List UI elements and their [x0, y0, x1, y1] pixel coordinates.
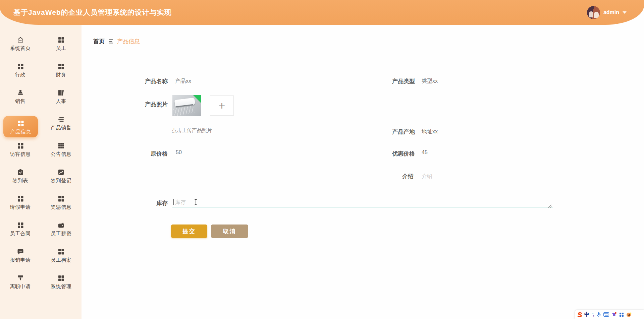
sidebar-item-label: 签到登记 — [51, 178, 71, 184]
stamp-icon — [17, 89, 24, 97]
stock-label: 库存 — [114, 199, 168, 207]
text-caret — [173, 199, 174, 205]
sidebar-item-label: 报销申请 — [10, 257, 31, 263]
product-photo-thumbnail[interactable] — [172, 95, 201, 116]
clipboard-check-icon — [17, 169, 24, 176]
keyboard-icon[interactable] — [603, 312, 609, 317]
sidebar-item-system-admin[interactable]: 系统管理 — [41, 271, 82, 298]
sidebar-item-announcement[interactable]: 公告信息 — [41, 139, 82, 166]
sidebar-item-finance[interactable]: 财务 — [41, 60, 82, 86]
grid-icon — [17, 195, 24, 202]
sidebar-item-label: 请假申请 — [10, 204, 31, 210]
sidebar-item-product-info[interactable]: 产品信息 — [3, 116, 38, 137]
sidebar-item-label: 产品信息 — [10, 129, 31, 135]
sidebar-item-label: 行政 — [15, 72, 25, 78]
username: admin — [603, 9, 619, 15]
ime-toolbar: S 中 °, — [575, 310, 644, 319]
sidebar-item-administration[interactable]: 行政 — [0, 60, 41, 86]
mouse-ibeam-cursor — [194, 199, 198, 207]
pin-icon — [17, 274, 24, 282]
breadcrumb-current[interactable]: 产品信息 — [117, 38, 140, 45]
grid-icon — [17, 63, 24, 70]
sidebar-item-contract[interactable]: 员工合同 — [0, 218, 41, 245]
intro-input[interactable]: 介绍 — [422, 173, 432, 180]
sidebar-item-product-sales[interactable]: 产品销售 — [41, 113, 82, 139]
sidebar-item-visitor-info[interactable]: 访客信息 — [0, 139, 41, 166]
product-origin-label: 产品产地 — [361, 128, 415, 136]
sidebar-item-label: 访客信息 — [10, 151, 31, 157]
sidebar-item-signin-sheet[interactable]: 签到表 — [0, 166, 41, 192]
sidebar-item-label: 产品销售 — [51, 125, 71, 131]
sidebar-item-home[interactable]: 系统首页 — [0, 33, 41, 60]
resize-grip-icon[interactable] — [547, 203, 552, 210]
mic-icon[interactable] — [596, 312, 601, 317]
ime-punctuation[interactable]: °, — [592, 312, 594, 317]
sidebar-item-signin-register[interactable]: 签到登记 — [41, 166, 82, 192]
sidebar-item-employee-files[interactable]: 员工档案 — [41, 245, 82, 271]
sidebar-item-label: 员工薪资 — [51, 231, 71, 237]
photo-corner-badge — [193, 95, 201, 103]
sidebar-item-reward-punishment[interactable]: 奖惩信息 — [41, 192, 82, 218]
sidebar-item-label: 财务 — [56, 72, 66, 78]
sidebar-item-hr[interactable]: 人事 — [41, 86, 82, 113]
sidebar-item-resignation[interactable]: 离职申请 — [0, 271, 41, 298]
sidebar: 系统首页 员工 行政 财务 销售 人事 — [0, 0, 82, 319]
product-name-label: 产品名称 — [114, 77, 168, 85]
chart-icon — [57, 169, 65, 176]
user-menu[interactable]: admin — [587, 5, 627, 20]
list-icon — [57, 116, 65, 123]
cancel-button[interactable]: 取消 — [211, 225, 248, 238]
sidebar-item-salary[interactable]: 员工薪资 — [41, 218, 82, 245]
sidebar-item-label: 签到表 — [12, 178, 28, 184]
grid-icon — [57, 195, 65, 202]
hamburger-icon — [108, 39, 113, 44]
sidebar-item-label: 奖惩信息 — [51, 204, 71, 210]
sidebar-item-label: 人事 — [56, 98, 66, 105]
sidebar-item-sales[interactable]: 销售 — [0, 86, 41, 113]
sidebar-item-reimbursement[interactable]: 报销申请 — [0, 245, 41, 271]
ime-mode-chinese[interactable]: 中 — [584, 311, 589, 318]
sidebar-item-label: 离职申请 — [10, 283, 31, 290]
photo-upload-hint: 点击上传产品照片 — [172, 127, 212, 134]
product-origin-input[interactable]: 地址xx — [422, 128, 438, 135]
product-type-label: 产品类型 — [361, 77, 415, 85]
sidebar-item-label: 员工合同 — [10, 231, 31, 237]
grid-icon — [57, 274, 65, 282]
grid-icon — [57, 36, 65, 44]
grid-icon — [57, 63, 65, 70]
sidebar-item-label: 系统首页 — [10, 45, 31, 52]
intro-label: 介绍 — [360, 173, 414, 180]
sogou-logo[interactable]: S — [577, 311, 582, 318]
plus-icon: + — [219, 100, 225, 111]
home-icon — [17, 36, 24, 44]
sidebar-menu: 系统首页 员工 行政 财务 销售 人事 — [0, 33, 82, 298]
chat-icon — [17, 248, 24, 255]
submit-button[interactable]: 提交 — [171, 225, 207, 238]
caret-down-icon — [623, 11, 627, 14]
breadcrumb: 首页 产品信息 — [93, 38, 140, 45]
product-photo-label: 产品照片 — [114, 101, 168, 108]
stock-textarea[interactable]: 库存 — [172, 192, 553, 208]
product-type-input[interactable]: 类型xx — [422, 78, 438, 85]
product-name-input[interactable]: 产品xx — [175, 78, 191, 85]
sidebar-item-label: 员工 — [56, 45, 66, 52]
breadcrumb-home[interactable]: 首页 — [93, 38, 105, 45]
sidebar-item-leave-request[interactable]: 请假申请 — [0, 192, 41, 218]
toolbox-icon[interactable] — [619, 312, 624, 317]
photo-upload-button[interactable]: + — [210, 95, 234, 116]
grid-icon — [17, 142, 24, 149]
discount-price-input[interactable]: 45 — [422, 149, 428, 155]
emoji-icon[interactable] — [626, 312, 632, 317]
stock-placeholder: 库存 — [175, 199, 186, 206]
sidebar-item-label: 系统管理 — [51, 283, 71, 290]
app-header: 基于JavaWeb的企业人员管理系统的设计与实现 admin — [0, 0, 644, 25]
original-price-label: 原价格 — [114, 150, 168, 157]
skin-icon[interactable] — [611, 312, 617, 317]
grid-icon — [17, 120, 24, 127]
discount-price-label: 优惠价格 — [361, 150, 415, 157]
page-title: 基于JavaWeb的企业人员管理系统的设计与实现 — [13, 0, 172, 25]
user-avatar[interactable] — [587, 6, 600, 19]
sidebar-item-employee[interactable]: 员工 — [41, 33, 82, 60]
original-price-input[interactable]: 50 — [176, 149, 182, 155]
grid9-icon — [57, 142, 65, 149]
